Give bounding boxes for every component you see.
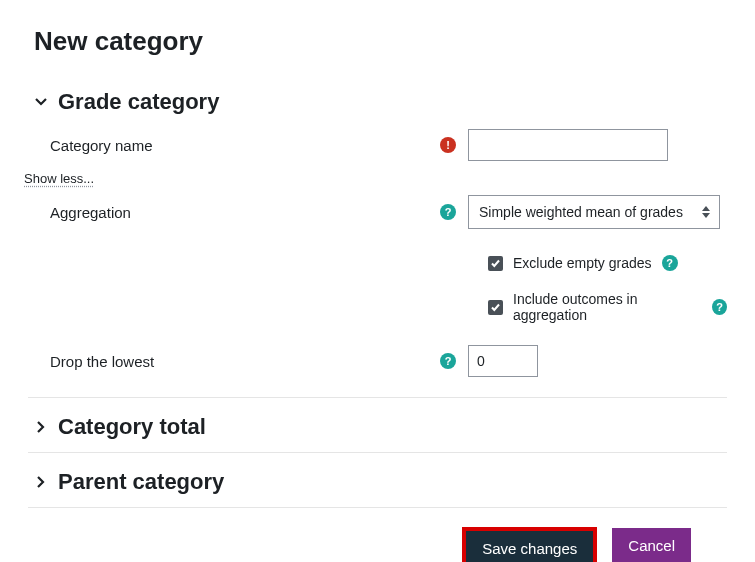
section-title-parent-category: Parent category [58,469,224,495]
chevron-down-icon [34,95,48,109]
exclude-empty-checkbox[interactable] [488,256,503,271]
show-less-link[interactable]: Show less... [24,167,94,186]
page-title: New category [34,26,727,57]
drop-lowest-label: Drop the lowest [50,353,154,370]
help-icon[interactable]: ? [440,353,456,369]
help-icon[interactable]: ? [662,255,678,271]
save-button-highlight: Save changes [463,528,596,562]
section-toggle-grade-category[interactable]: Grade category [28,83,727,123]
cancel-button[interactable]: Cancel [612,528,691,562]
section-toggle-category-total[interactable]: Category total [28,408,727,453]
section-toggle-parent-category[interactable]: Parent category [28,463,727,508]
aggregation-select[interactable]: Simple weighted mean of grades [468,195,720,229]
aggregation-label: Aggregation [50,204,131,221]
category-name-input[interactable] [468,129,668,161]
required-icon: ! [440,137,456,153]
include-outcomes-checkbox[interactable] [488,300,503,315]
section-title-category-total: Category total [58,414,206,440]
drop-lowest-input[interactable] [468,345,538,377]
help-icon[interactable]: ? [712,299,727,315]
chevron-right-icon [34,420,48,434]
exclude-empty-label: Exclude empty grades [513,255,652,271]
include-outcomes-label: Include outcomes in aggregation [513,291,702,323]
section-title-grade-category: Grade category [58,89,219,115]
category-name-label: Category name [50,137,153,154]
help-icon[interactable]: ? [440,204,456,220]
save-button[interactable]: Save changes [466,531,593,562]
chevron-right-icon [34,475,48,489]
